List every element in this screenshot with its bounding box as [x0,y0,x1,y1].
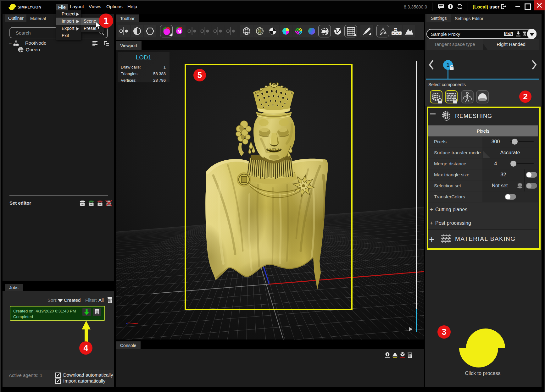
svg-text:W: W [394,28,397,31]
svg-text:M: M [177,29,181,34]
svg-text:D: D [399,32,401,35]
svg-text:S: S [396,32,398,35]
svg-text:A: A [392,32,394,35]
